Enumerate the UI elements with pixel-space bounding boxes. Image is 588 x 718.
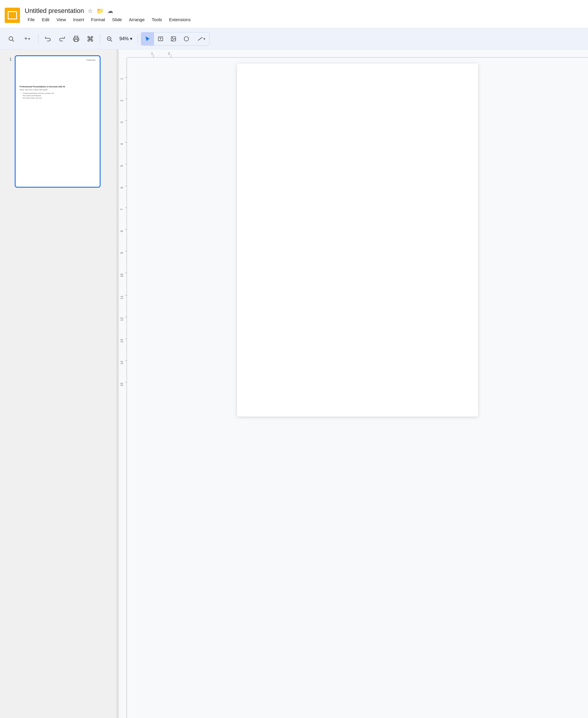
svg-text:2: 2 xyxy=(120,100,124,101)
cloud-icon[interactable]: ☁ xyxy=(107,7,113,15)
slides-panel: 1 ☰ MagicSlides Professional Presentatio… xyxy=(0,49,117,718)
add-dropdown-icon: ▾ xyxy=(28,37,30,41)
star-icon[interactable]: ☆ xyxy=(88,7,93,15)
svg-point-10 xyxy=(172,37,173,38)
menu-file[interactable]: File xyxy=(25,16,38,23)
text-tool-button[interactable] xyxy=(154,32,167,45)
zoom-control[interactable]: 94% ▾ xyxy=(117,35,135,43)
folder-icon[interactable]: 📁 xyxy=(97,7,104,15)
slide-thumb-bullet-2: • No Credit Card Required xyxy=(22,95,96,97)
slide-thumbnail-1[interactable]: ☰ MagicSlides Professional Presentations… xyxy=(15,55,101,188)
menu-insert[interactable]: Insert xyxy=(70,16,87,23)
svg-text:1: 1 xyxy=(120,78,124,80)
slide-thumb-bullet-1: • Create presentation from text, youtube… xyxy=(22,93,96,94)
divider-1 xyxy=(38,34,39,43)
title-row: Untitled presentation ☆ 📁 ☁ xyxy=(25,7,583,15)
svg-text:14: 14 xyxy=(120,361,124,365)
menu-format[interactable]: Format xyxy=(88,16,108,23)
menu-extensions[interactable]: Extensions xyxy=(166,16,193,23)
print-button[interactable] xyxy=(70,32,83,45)
title-bar: ▭ Untitled presentation ☆ 📁 ☁ File Edit … xyxy=(0,0,588,28)
undo-button[interactable] xyxy=(41,32,55,45)
slide-canvas[interactable] xyxy=(127,58,588,718)
app-logo-inner: ▭ xyxy=(8,11,17,19)
svg-text:9: 9 xyxy=(120,252,124,254)
line-dropdown-icon: ▾ xyxy=(204,37,205,41)
image-tool-button[interactable] xyxy=(167,32,180,45)
canvas-area: 1 2 1 2 3 4 5 xyxy=(119,49,588,718)
title-section: Untitled presentation ☆ 📁 ☁ File Edit Vi… xyxy=(25,7,583,23)
redo-button[interactable] xyxy=(56,32,68,45)
svg-point-0 xyxy=(9,37,13,40)
app-logo: ▭ xyxy=(5,8,20,23)
svg-text:11: 11 xyxy=(120,295,124,299)
slide-page xyxy=(237,64,478,416)
ruler-top: 1 2 xyxy=(119,49,588,58)
menu-slide[interactable]: Slide xyxy=(109,16,125,23)
slide-thumb-logo: ☰ MagicSlides xyxy=(86,59,96,61)
menu-edit[interactable]: Edit xyxy=(39,16,52,23)
svg-line-1 xyxy=(12,40,14,41)
svg-text:6: 6 xyxy=(120,187,124,188)
svg-text:2: 2 xyxy=(168,52,170,55)
toolbar: + ▾ 94% ▾ xyxy=(0,28,588,49)
slide-thumb-title: Professional Presentations in Seconds wi… xyxy=(20,86,96,88)
ruler-left: 1 2 3 4 5 6 7 8 9 10 11 xyxy=(119,49,127,718)
ruler-left-svg: 1 2 3 4 5 6 7 8 9 10 11 xyxy=(119,49,127,718)
svg-text:3: 3 xyxy=(120,122,124,123)
menu-view[interactable]: View xyxy=(54,16,69,23)
paint-format-button[interactable] xyxy=(84,32,97,45)
line-tool-button[interactable]: ▾ xyxy=(193,32,209,45)
menu-arrange[interactable]: Arrange xyxy=(126,16,148,23)
svg-text:4: 4 xyxy=(120,143,124,145)
search-button[interactable] xyxy=(5,32,18,45)
divider-2 xyxy=(100,34,100,43)
svg-rect-19 xyxy=(119,49,127,58)
svg-point-11 xyxy=(184,37,189,41)
add-icon: + xyxy=(24,35,28,42)
panel-separator[interactable] xyxy=(117,49,119,718)
select-tool-button[interactable] xyxy=(141,32,154,45)
zoom-dropdown-icon: ▾ xyxy=(130,36,132,41)
svg-text:12: 12 xyxy=(120,317,124,321)
slide-thumb-body: Professional Presentations in Seconds wi… xyxy=(20,86,96,99)
svg-text:8: 8 xyxy=(120,230,124,232)
tool-group: ▾ xyxy=(141,32,210,46)
presentation-title[interactable]: Untitled presentation xyxy=(25,7,84,15)
zoom-out-icon[interactable] xyxy=(103,32,116,45)
slide-item-1: 1 ☰ MagicSlides Professional Presentatio… xyxy=(5,55,112,188)
svg-text:15: 15 xyxy=(120,383,124,386)
ruler-top-svg: 1 2 xyxy=(119,49,588,58)
add-button[interactable]: + ▾ xyxy=(19,32,35,45)
shape-tool-button[interactable] xyxy=(180,32,193,45)
zoom-value: 94% xyxy=(119,36,129,41)
svg-line-4 xyxy=(110,40,112,41)
svg-text:10: 10 xyxy=(120,273,124,277)
svg-text:13: 13 xyxy=(120,339,124,343)
svg-rect-2 xyxy=(75,39,78,41)
menu-bar: File Edit View Insert Format Slide Arran… xyxy=(25,16,583,23)
svg-text:5: 5 xyxy=(120,165,124,167)
slide-thumb-bullet-3: • No need to learn new tool xyxy=(22,97,96,99)
divider-3 xyxy=(138,34,138,43)
svg-text:7: 7 xyxy=(120,208,124,210)
slide-thumb-subtitle: Never start from a blank slide again. xyxy=(20,89,96,90)
svg-text:1: 1 xyxy=(151,52,153,55)
slide-number-1: 1 xyxy=(5,57,12,61)
svg-line-12 xyxy=(198,37,203,40)
main-layout: 1 ☰ MagicSlides Professional Presentatio… xyxy=(0,49,588,718)
menu-tools[interactable]: Tools xyxy=(149,16,165,23)
